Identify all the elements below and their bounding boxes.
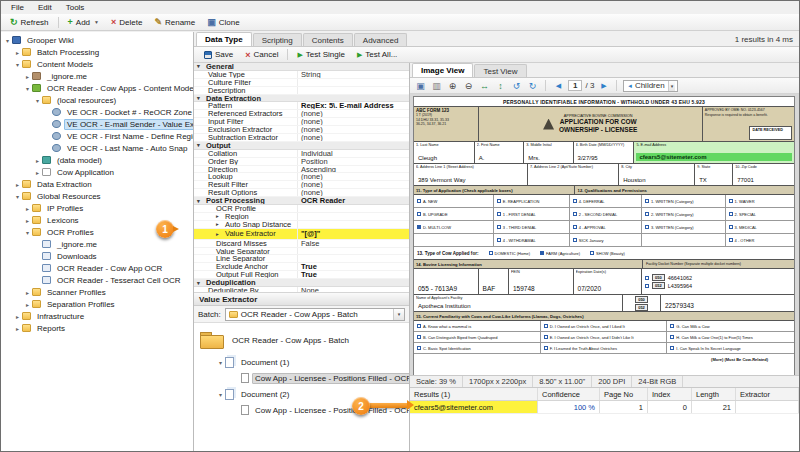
tree-expander[interactable]: ▾ [23, 229, 32, 236]
tree-item-ve-ocr-docket-reocr-zone[interactable]: VE OCR - Docket # - ReOCR Zone [1, 106, 193, 118]
property-value[interactable]: Ascending [298, 166, 409, 173]
tree-expander[interactable]: ▾ [33, 97, 42, 104]
clone-button[interactable]: ▣Clone [201, 17, 245, 28]
tree-expander[interactable]: ▸ [13, 181, 22, 188]
tree-expander[interactable]: ▸ [13, 49, 22, 56]
copy-image-icon[interactable]: ▥ [430, 80, 443, 92]
tree-expander[interactable]: ▸ [23, 217, 32, 224]
batch-tree-item-ocr-reader-cow-apps-batch[interactable]: OCR Reader - Cow Apps - Batch [200, 327, 409, 353]
property-row-order-by[interactable]: Order ByPosition [194, 158, 409, 166]
cancel-button[interactable]: ×Cancel [239, 49, 284, 60]
add-button[interactable]: +Add▼ [62, 17, 105, 28]
tree-item-ve-ocr-last-name-auto-snap[interactable]: VE OCR - Last Name - Auto Snap [1, 142, 193, 154]
property-value[interactable]: (none) [298, 189, 409, 196]
tree-item-separation-profiles[interactable]: ▸Separation Profiles [1, 298, 193, 310]
tree-item-batch-processing[interactable]: ▸Batch Processing [1, 46, 193, 58]
property-value[interactable]: (none) [298, 110, 409, 117]
property-row-collation[interactable]: CollationIndividual [194, 150, 409, 158]
tree-expander[interactable]: ▾ [13, 61, 22, 68]
tree-item-reports[interactable]: ▸Reports [1, 322, 193, 334]
property-value[interactable] [298, 255, 409, 262]
tree-item-cow-application[interactable]: ▸Cow Application [1, 166, 193, 178]
chevron-down-icon[interactable]: ▾ [393, 309, 404, 320]
property-row-culture-filter[interactable]: Culture Filter [194, 79, 409, 87]
delete-button[interactable]: ×Delete [105, 17, 148, 28]
save-image-icon[interactable]: ▣ [414, 80, 427, 92]
tree-item-content-models[interactable]: ▾Content Models [1, 58, 193, 70]
tree-item-local-resources[interactable]: ▾(local resources) [1, 94, 193, 106]
tree-item-ocr-reader-cow-app-ocr[interactable]: OCR Reader - Cow App OCR [1, 262, 193, 274]
property-value[interactable] [298, 87, 409, 94]
document-viewport[interactable]: PERSONALLY IDENTIFIABLE INFORMATION - WI… [410, 94, 799, 375]
menu-item-edit[interactable]: Edit [31, 2, 59, 13]
property-value[interactable] [298, 248, 409, 255]
property-value[interactable]: Position [298, 158, 409, 165]
tree-expander[interactable]: ▾ [216, 359, 225, 366]
property-value[interactable]: (none) [298, 181, 409, 188]
property-row-ocr-profile[interactable]: OCR Profile [194, 205, 409, 213]
tab-advanced[interactable]: Advanced [354, 33, 408, 46]
property-row-exclude-anchor[interactable]: Exclude AnchorTrue [194, 263, 409, 271]
tree-expander[interactable]: ▸ [13, 313, 22, 320]
tab-data-type[interactable]: Data Type [196, 32, 252, 46]
property-value[interactable]: (none) [298, 173, 409, 180]
menu-item-file[interactable]: File [4, 2, 31, 13]
tree-item-ve-ocr-e-mail-sender-value-extractor[interactable]: VE OCR - E-mail Sender - Value Extractor [1, 118, 193, 130]
property-row-direction[interactable]: DirectionAscending [194, 166, 409, 174]
fit-width-icon[interactable]: ↔ [478, 80, 491, 92]
column-header-extractor[interactable]: Extractor [736, 388, 799, 400]
property-category-deduplication[interactable]: ▾Deduplication [194, 279, 409, 287]
tree-expander[interactable]: ▾ [13, 193, 22, 200]
chevron-down-icon[interactable]: ▾ [668, 81, 676, 91]
property-value[interactable]: Individual [298, 150, 409, 157]
column-header-confidence[interactable]: Confidence [538, 388, 600, 400]
tree-item-ignore-me[interactable]: _ignore.me [1, 238, 193, 250]
column-header-page-no[interactable]: Page No [600, 388, 648, 400]
tree-expander[interactable]: ▾ [3, 37, 12, 44]
batch-tree-item-document-2[interactable]: ▾Document (2) [200, 385, 409, 403]
tab-image-view[interactable]: Image View [412, 63, 473, 77]
batch-selector[interactable]: OCR Reader - Cow Apps - Batch ▾ [225, 308, 405, 321]
property-row-subtraction-extractor[interactable]: Subtraction Extractor(none) [194, 134, 409, 142]
property-value[interactable] [298, 213, 409, 220]
tree-expander[interactable]: ▸ [23, 301, 32, 308]
property-value[interactable] [298, 79, 409, 86]
tree-item-scanner-profiles[interactable]: ▸Scanner Profiles [1, 286, 193, 298]
refresh-button[interactable]: ↻Refresh [4, 17, 55, 28]
tree-item-global-resources[interactable]: ▾Global Resources [1, 190, 193, 202]
tree-item-ip-profiles[interactable]: ▸IP Profiles [1, 202, 193, 214]
tree-expander[interactable]: ▸ [23, 205, 32, 212]
property-row-referenced-extractors[interactable]: Referenced Extractors(none) [194, 110, 409, 118]
tree-item-ve-ocr-first-name-define-region[interactable]: VE OCR - First Name - Define Region [1, 130, 193, 142]
property-value[interactable] [298, 221, 409, 228]
tree-item-ignore-me[interactable]: ▸_ignore.me [1, 70, 193, 82]
property-value[interactable]: (none) [298, 126, 409, 133]
property-row-description[interactable]: Description [194, 87, 409, 95]
tree-item-grooper-wiki[interactable]: ▾Grooper Wiki [1, 34, 193, 46]
tree-item-data-extraction[interactable]: ▸Data Extraction [1, 178, 193, 190]
tree-item-ocr-reader-tesseract-cell-ocr[interactable]: OCR Reader - Tesseract Cell OCR [1, 274, 193, 286]
property-row-discard-misses[interactable]: Discard MissesFalse [194, 240, 409, 248]
property-row-line-separator[interactable]: Line Separator [194, 255, 409, 263]
tree-expander[interactable]: ▾ [23, 85, 32, 92]
property-value[interactable]: True [298, 263, 409, 270]
batch-tree-item-document-1[interactable]: ▾Document (1) [200, 353, 409, 371]
fit-height-icon[interactable]: ↕ [494, 80, 507, 92]
children-selector[interactable]: ◂Children▾ [623, 80, 678, 92]
column-header-index[interactable]: Index [648, 388, 692, 400]
property-row-pattern[interactable]: PatternRegEx: 5\. E-mail Address [194, 102, 409, 110]
property-value[interactable]: String [298, 71, 409, 78]
property-row-result-options[interactable]: Result Options(none) [194, 189, 409, 197]
save-button[interactable]: Save [198, 49, 239, 60]
next-page-button[interactable]: ▶ [597, 80, 610, 92]
property-value[interactable]: (none) [298, 118, 409, 125]
property-row-result-filter[interactable]: Result Filter(none) [194, 181, 409, 189]
property-value[interactable]: False [298, 240, 409, 247]
page-number-input[interactable]: 1 [568, 80, 582, 91]
tab-contents[interactable]: Contents [303, 33, 353, 46]
property-category-post-processing[interactable]: ▾Post ProcessingOCR Reader [194, 197, 409, 205]
test-all-button[interactable]: ▶Test All... [351, 49, 403, 60]
property-row-lookup[interactable]: Lookup(none) [194, 173, 409, 181]
property-value[interactable] [298, 205, 409, 212]
property-category-output[interactable]: ▾Output [194, 142, 409, 150]
